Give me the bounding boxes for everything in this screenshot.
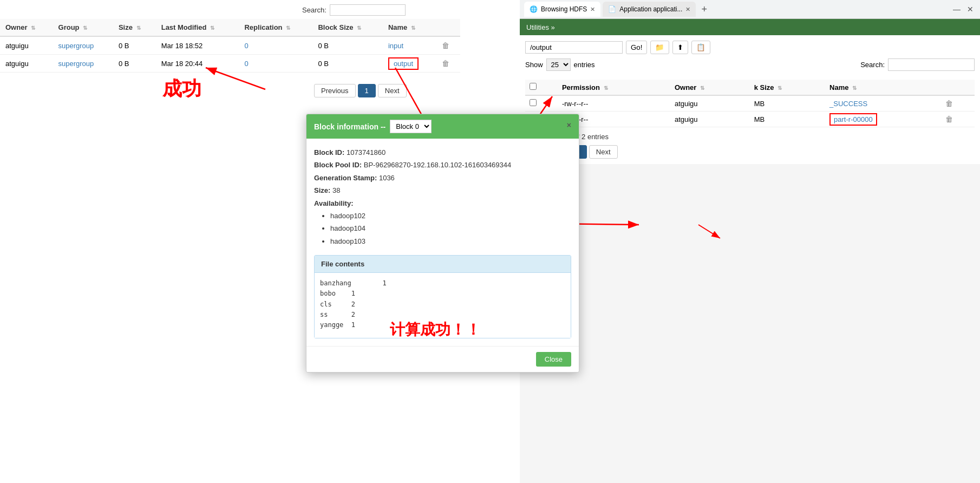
- prev-button-main[interactable]: Previous: [314, 84, 356, 97]
- group-link-0[interactable]: supergroup: [58, 42, 94, 50]
- sort-icon-size-r: ⇅: [778, 85, 782, 91]
- delete-icon-r1[interactable]: 🗑: [945, 115, 953, 123]
- delete-icon-r0[interactable]: 🗑: [945, 99, 953, 108]
- utilities-label: Utilities »: [526, 23, 555, 31]
- sort-icon-perm: ⇅: [604, 85, 608, 91]
- next-button-right[interactable]: Next: [589, 145, 618, 159]
- table-row: atguigu supergroup 0 B Mar 18 18:52 0 0 …: [0, 36, 460, 55]
- tab-app-label: Application applicati...: [619, 5, 682, 13]
- cell-name-1[interactable]: part-r-00000: [825, 112, 941, 127]
- file-contents-header: File contents: [315, 256, 571, 273]
- close-button[interactable]: Close: [536, 352, 571, 367]
- availability-row: Availability: hadoop102 hadoop104 hadoop…: [314, 197, 571, 248]
- path-input[interactable]: [525, 41, 623, 54]
- right-search-label: Search:: [860, 61, 885, 69]
- name-link-0[interactable]: input: [388, 42, 403, 50]
- replication-link-0[interactable]: 0: [244, 42, 248, 50]
- node-0: hadoop102: [330, 210, 571, 222]
- main-pagination: Previous 1 Next: [314, 84, 407, 97]
- col-checkbox: [525, 80, 558, 95]
- close-browser-icon[interactable]: ✕: [967, 5, 974, 14]
- entries-select[interactable]: 25: [546, 58, 571, 71]
- tab-app-icon: 📄: [608, 5, 616, 13]
- cell-name-output[interactable]: output: [383, 55, 436, 73]
- group-link-1[interactable]: supergroup: [58, 60, 94, 68]
- entries-label: entries: [574, 61, 595, 69]
- modal-close-btn[interactable]: ×: [567, 121, 571, 129]
- search-input[interactable]: [330, 4, 406, 16]
- cell-replication[interactable]: 0: [239, 36, 312, 55]
- cell-perm-0: -rw-r--r--: [558, 95, 670, 112]
- part-file-link[interactable]: part-r-00000: [829, 113, 877, 126]
- hdfs-header-bar: Utilities »: [520, 19, 980, 35]
- cell-size-0: MB: [750, 95, 825, 112]
- cell-delete[interactable]: 🗑: [436, 55, 460, 73]
- replication-link-1[interactable]: 0: [244, 60, 248, 68]
- gen-stamp-label: Generation Stamp:: [314, 174, 377, 182]
- tab-app-close[interactable]: ✕: [685, 6, 690, 13]
- browser-chrome: 🌐 Browsing HDFS ✕ 📄 Application applicat…: [520, 0, 980, 19]
- col-name: Name ⇅: [383, 19, 436, 36]
- calc-success-annotation: 计算成功！！: [390, 319, 481, 340]
- cell-blocksize: 0 B: [312, 36, 382, 55]
- size-value: 38: [332, 186, 340, 194]
- col-del-right: [941, 80, 975, 95]
- right-search: Search:: [860, 58, 975, 71]
- table-row: atguigu supergroup 0 B Mar 18 20:44 0 0 …: [0, 55, 460, 73]
- select-all-checkbox[interactable]: [530, 83, 537, 90]
- tab-hdfs-close[interactable]: ✕: [590, 6, 595, 13]
- right-search-input[interactable]: [888, 58, 975, 71]
- cell-size: 0 B: [113, 36, 156, 55]
- toolbar-icons: 📁 ⬆ 📋: [650, 41, 710, 54]
- name-link-output[interactable]: output: [388, 57, 419, 70]
- right-panel: Utilities » Go! 📁 ⬆ 📋 Show 25 entries: [520, 19, 980, 483]
- modal-header: Block information -- Block 0 ×: [306, 114, 579, 139]
- tab-hdfs[interactable]: 🌐 Browsing HDFS ✕: [524, 2, 600, 17]
- showing-text: Showing 1 to 2 of 2 entries: [525, 133, 975, 141]
- block-select[interactable]: Block 0: [390, 120, 432, 133]
- block-id-row: Block ID: 1073741860: [314, 146, 571, 159]
- top-search-area: Search:: [298, 0, 410, 20]
- folder-icon-btn[interactable]: 📁: [650, 41, 669, 54]
- cell-delete[interactable]: 🗑: [436, 36, 460, 55]
- block-pool-id-row: Block Pool ID: BP-962968270-192.168.10.1…: [314, 159, 571, 171]
- col-modified: Last Modified ⇅: [156, 19, 239, 36]
- hdfs-table: Owner ⇅ Group ⇅ Size ⇅ Last Modified ⇅ R…: [0, 19, 460, 73]
- next-button-main[interactable]: Next: [378, 84, 407, 97]
- cell-owner: atguigu: [0, 55, 53, 73]
- col-blocksize: Block Size ⇅: [312, 19, 382, 36]
- new-tab-button[interactable]: +: [698, 4, 710, 15]
- cell-replication[interactable]: 0: [239, 55, 312, 73]
- col-size: Size ⇅: [113, 19, 156, 36]
- modal-body: Block ID: 1073741860 Block Pool ID: BP-9…: [306, 139, 579, 255]
- cell-size-1: MB: [750, 112, 825, 127]
- minimize-icon[interactable]: —: [953, 5, 961, 14]
- sort-icon-owner: ⇅: [31, 25, 35, 31]
- cell-name[interactable]: input: [383, 36, 436, 55]
- sort-icon-blocksize: ⇅: [357, 25, 361, 31]
- cell-name-0[interactable]: _SUCCESS: [825, 95, 941, 112]
- sort-icon-name-r: ⇅: [852, 85, 857, 91]
- cell-group[interactable]: supergroup: [53, 55, 113, 73]
- size-label: Size:: [314, 186, 330, 194]
- hdfs-table-wrap: Owner ⇅ Group ⇅ Size ⇅ Last Modified ⇅ R…: [0, 19, 460, 73]
- cell-blocksize: 0 B: [312, 55, 382, 73]
- delete-icon-0[interactable]: 🗑: [442, 41, 449, 50]
- gen-stamp-row: Generation Stamp: 1036: [314, 172, 571, 184]
- page-1-button-main[interactable]: 1: [358, 84, 376, 97]
- cell-group[interactable]: supergroup: [53, 36, 113, 55]
- gen-stamp-value: 1036: [379, 174, 395, 182]
- cell-owner-1: atguigu: [670, 112, 750, 127]
- cell-size: 0 B: [113, 55, 156, 73]
- go-button[interactable]: Go!: [626, 41, 647, 54]
- delete-icon-1[interactable]: 🗑: [442, 59, 449, 68]
- row-checkbox-0[interactable]: [530, 99, 537, 106]
- upload-icon-btn[interactable]: ⬆: [672, 41, 688, 54]
- sort-icon-owner-r: ⇅: [700, 85, 704, 91]
- success-annotation: 成功: [162, 76, 201, 102]
- sort-icon-group: ⇅: [83, 25, 87, 31]
- list-icon-btn[interactable]: 📋: [691, 41, 710, 54]
- right-pagination: Previous 1 Next: [525, 145, 975, 159]
- tab-app[interactable]: 📄 Application applicati... ✕: [603, 2, 696, 17]
- col-name-right: Name ⇅: [825, 80, 941, 95]
